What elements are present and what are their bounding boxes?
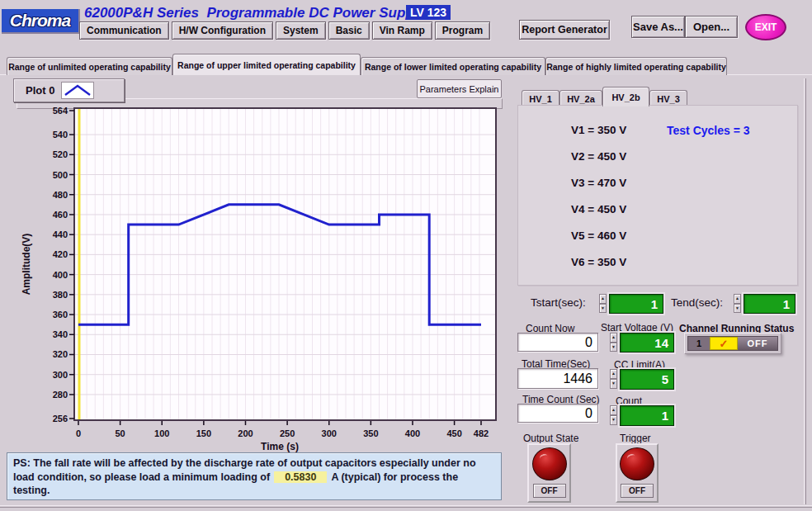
tab-range-lower-limited[interactable]: Range of lower limited operating capabil… xyxy=(361,57,545,75)
exit-button[interactable]: EXIT xyxy=(745,14,786,40)
test-cycles-label: Test Cycles = 3 xyxy=(667,124,750,137)
menu-program[interactable]: Program xyxy=(435,21,490,40)
tab-range-unlimited[interactable]: Range of unlimited operating capability xyxy=(7,57,172,75)
svg-text:450: 450 xyxy=(446,428,461,438)
svg-text:Time (s): Time (s) xyxy=(261,441,299,452)
cc-limit-field[interactable]: 5 xyxy=(620,369,674,390)
svg-text:440: 440 xyxy=(53,229,68,239)
svg-text:350: 350 xyxy=(363,428,378,438)
svg-text:460: 460 xyxy=(53,210,68,220)
parameters-explain-button[interactable]: Parameters Explain xyxy=(417,79,502,98)
tend-field[interactable]: 1 xyxy=(744,294,795,314)
total-time-field: 1446 xyxy=(517,368,598,389)
start-voltage-field[interactable]: 14 xyxy=(620,333,674,352)
tstart-label: Tstart(sec): xyxy=(531,296,586,309)
plot-line-icon xyxy=(61,82,94,99)
report-generator-button[interactable]: Report Generator xyxy=(519,20,610,40)
count-now-field: 0 xyxy=(517,333,598,352)
output-state-label: Output State xyxy=(523,433,578,444)
model-badge: LV 123 xyxy=(406,5,451,20)
ps-note-highlight: 0.5830 xyxy=(274,471,327,483)
svg-text:150: 150 xyxy=(196,428,211,438)
app-title: 62000P&H Series Programmable DC Power Su… xyxy=(84,5,426,21)
svg-text:400: 400 xyxy=(53,270,68,280)
menu-basic[interactable]: Basic xyxy=(328,21,370,40)
v2-reading: V2 = 450 V xyxy=(571,150,626,163)
tab-hv-3[interactable]: HV_3 xyxy=(649,90,687,106)
v1-reading: V1 = 350 V xyxy=(571,124,626,136)
svg-text:280: 280 xyxy=(53,390,68,400)
svg-text:564: 564 xyxy=(53,106,68,116)
menu-communication[interactable]: Communication xyxy=(79,21,169,40)
count-spinner[interactable]: ▲▼ xyxy=(610,405,617,425)
save-as-button[interactable]: Save As... xyxy=(631,16,685,38)
waveform-chart[interactable]: 5645405205004804604404204003803603403203… xyxy=(12,104,502,452)
trigger-button[interactable]: OFF xyxy=(616,443,659,503)
svg-text:500: 500 xyxy=(53,170,68,180)
svg-text:Amplitude(V): Amplitude(V) xyxy=(21,234,32,296)
menu-vin-ramp[interactable]: Vin Ramp xyxy=(372,21,432,40)
svg-text:256: 256 xyxy=(53,414,68,423)
ps-note: PS: The fall rate will be affected by th… xyxy=(7,452,502,500)
svg-text:250: 250 xyxy=(280,428,295,438)
svg-text:540: 540 xyxy=(53,130,68,140)
tab-hv-1[interactable]: HV_1 xyxy=(522,90,559,106)
trigger-lamp-icon xyxy=(620,447,654,480)
svg-text:320: 320 xyxy=(53,349,68,359)
cc-limit-spinner[interactable]: ▲▼ xyxy=(610,369,617,389)
plot-legend-label: Plot 0 xyxy=(26,84,54,97)
start-voltage-label: Start Voltage (V) xyxy=(601,322,673,334)
tstart-spinner[interactable]: ▲▼ xyxy=(599,294,607,313)
menu-system[interactable]: System xyxy=(276,21,326,40)
open-button[interactable]: Open... xyxy=(685,16,738,38)
svg-text:300: 300 xyxy=(322,428,337,438)
output-state-lamp-icon xyxy=(532,447,567,480)
time-count-field: 0 xyxy=(517,404,598,423)
v3-reading: V3 = 470 V xyxy=(571,177,626,189)
channel-check-icon: ✓ xyxy=(710,337,738,350)
svg-text:300: 300 xyxy=(53,370,68,380)
svg-text:400: 400 xyxy=(405,428,420,438)
tend-spinner[interactable]: ▲▼ xyxy=(734,294,741,313)
svg-text:482: 482 xyxy=(474,428,489,438)
channel-running-status-control[interactable]: 1 ✓ OFF xyxy=(684,333,781,354)
svg-text:100: 100 xyxy=(154,428,169,438)
svg-text:520: 520 xyxy=(53,149,68,159)
v5-reading: V5 = 460 V xyxy=(571,229,626,242)
start-voltage-spinner[interactable]: ▲▼ xyxy=(610,333,617,352)
trigger-label: Trigger xyxy=(620,433,651,444)
tstart-field[interactable]: 1 xyxy=(609,294,663,314)
app-window: Chroma 62000P&H Series Programmable DC P… xyxy=(0,0,812,511)
output-state-button[interactable]: OFF xyxy=(527,443,571,503)
svg-text:380: 380 xyxy=(53,290,68,300)
tab-hv-2a[interactable]: HV_2a xyxy=(559,90,602,106)
v6-reading: V6 = 350 V xyxy=(571,256,626,268)
svg-text:200: 200 xyxy=(238,428,253,438)
trigger-value: OFF xyxy=(621,484,654,498)
channel-status-value: OFF xyxy=(738,337,777,350)
channel-number: 1 xyxy=(688,337,710,350)
svg-text:340: 340 xyxy=(53,329,68,339)
svg-text:360: 360 xyxy=(53,310,68,319)
svg-text:50: 50 xyxy=(115,428,125,438)
menu-bar: Communication H/W Configuration System B… xyxy=(79,21,490,40)
tab-range-highly-limited[interactable]: Range of highly limited operating capabi… xyxy=(545,57,727,75)
tab-range-upper-limited[interactable]: Range of upper limited operating capabil… xyxy=(172,54,361,75)
v4-reading: V4 = 450 V xyxy=(571,203,626,215)
svg-text:420: 420 xyxy=(53,249,68,259)
menu-hw-configuration[interactable]: H/W Configuration xyxy=(172,21,273,40)
voltage-summary-panel xyxy=(517,105,798,286)
svg-text:480: 480 xyxy=(53,190,68,200)
output-state-value: OFF xyxy=(533,484,566,498)
svg-text:0: 0 xyxy=(76,428,81,438)
count-field[interactable]: 1 xyxy=(620,405,674,426)
bottom-divider xyxy=(0,505,812,508)
tend-label: Tend(sec): xyxy=(671,296,723,309)
plot-legend[interactable]: Plot 0 xyxy=(13,78,125,102)
tab-hv-2b[interactable]: HV_2b xyxy=(602,87,649,106)
right-divider xyxy=(804,78,806,504)
chroma-logo: Chroma xyxy=(2,9,80,34)
